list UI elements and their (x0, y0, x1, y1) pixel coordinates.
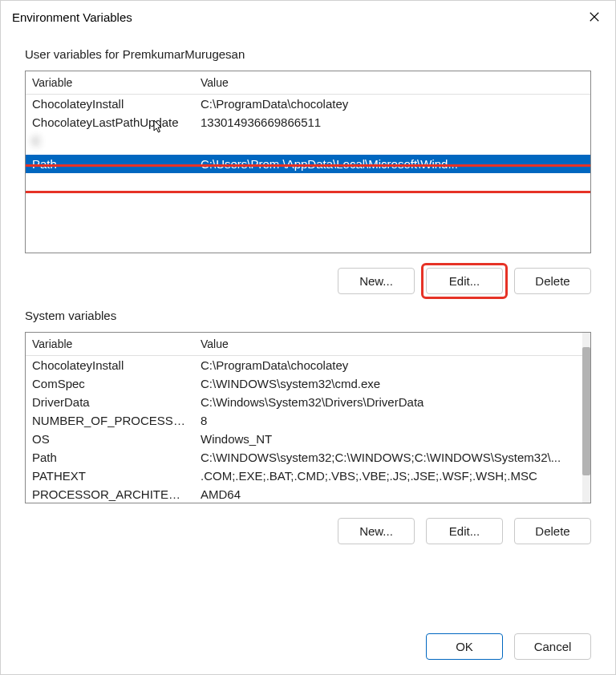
user-delete-button[interactable]: Delete (514, 268, 591, 294)
table-row[interactable]: PathC:\Users\Prem \AppData\Local\Microso… (26, 155, 590, 173)
system-edit-button[interactable]: Edit... (426, 518, 503, 544)
cell-value: C:\WINDOWS\system32\cmd.exe (194, 374, 582, 393)
column-header-value[interactable]: Value (194, 333, 582, 355)
cell-variable: PROCESSOR_ARCHITECTURE (26, 485, 194, 503)
table-row[interactable]: ChocolateyInstallC:\ProgramData\chocolat… (26, 356, 582, 374)
user-rows-container: ChocolateyInstallC:\ProgramData\chocolat… (26, 95, 590, 183)
cell-variable: ChocolateyInstall (26, 356, 194, 374)
cell-value (194, 150, 590, 155)
system-new-button[interactable]: New... (338, 518, 415, 544)
user-edit-button[interactable]: Edit... (426, 268, 503, 294)
cell-variable: C (26, 131, 194, 150)
system-variables-label: System variables (25, 309, 591, 322)
cell-value (194, 178, 590, 183)
system-button-row: New... Edit... Delete (25, 518, 591, 544)
cell-variable: DriverData (26, 393, 194, 411)
system-variables-list-inner: Variable Value ChocolateyInstallC:\Progr… (26, 333, 582, 503)
dialog-footer: OK Cancel (1, 625, 615, 674)
cell-value: C:\ProgramData\chocolatey (194, 95, 590, 113)
system-rows-container: ChocolateyInstallC:\ProgramData\chocolat… (26, 356, 582, 503)
cell-variable: Path (26, 155, 194, 173)
table-row[interactable] (26, 150, 590, 155)
cell-value: C:\Users\Prem \AppData\Local\Microsoft\W… (194, 155, 590, 173)
ok-button[interactable]: OK (426, 633, 503, 660)
cell-variable: PATHEXT (26, 467, 194, 485)
cell-variable: ComSpec (26, 374, 194, 393)
close-icon (589, 11, 600, 22)
table-row[interactable]: ChocolateyLastPathUpdate1330149366698665… (26, 113, 590, 131)
edit-button-wrapper: Edit... (426, 268, 503, 294)
user-variables-list[interactable]: Variable Value ChocolateyInstallC:\Progr… (25, 71, 591, 253)
list-header: Variable Value (26, 71, 590, 95)
cell-variable: ChocolateyInstall (26, 95, 194, 113)
cell-variable: Path (26, 448, 194, 467)
cell-value (194, 131, 590, 150)
cell-variable (26, 178, 194, 183)
scrollbar[interactable] (582, 333, 590, 503)
table-row[interactable] (26, 178, 590, 183)
table-row[interactable]: C (26, 131, 590, 150)
cell-value: Windows_NT (194, 430, 582, 448)
system-variables-section: System variables Variable Value Chocolat… (25, 309, 591, 544)
cell-value: 8 (194, 411, 582, 430)
user-new-button[interactable]: New... (338, 268, 415, 294)
column-header-variable[interactable]: Variable (26, 333, 194, 355)
cell-value: .COM;.EXE;.BAT;.CMD;.VBS;.VBE;.JS;.JSE;.… (194, 467, 582, 485)
cell-value: C:\ProgramData\chocolatey (194, 356, 582, 374)
window-title: Environment Variables (12, 10, 132, 24)
cell-variable: ChocolateyLastPathUpdate (26, 113, 194, 131)
system-delete-button[interactable]: Delete (514, 518, 591, 544)
environment-variables-window: Environment Variables User variables for… (0, 0, 616, 675)
cell-value: C:\WINDOWS\system32;C:\WINDOWS;C:\WINDOW… (194, 448, 582, 467)
dialog-content: User variables for PremkumarMurugesan Va… (1, 31, 615, 625)
table-row[interactable]: PATHEXT.COM;.EXE;.BAT;.CMD;.VBS;.VBE;.JS… (26, 467, 582, 485)
user-variables-label: User variables for PremkumarMurugesan (25, 47, 591, 61)
table-row[interactable]: PathC:\WINDOWS\system32;C:\WINDOWS;C:\WI… (26, 448, 582, 467)
table-row[interactable]: PROCESSOR_ARCHITECTUREAMD64 (26, 485, 582, 503)
user-variables-list-inner: Variable Value ChocolateyInstallC:\Progr… (26, 71, 590, 253)
cell-variable: OS (26, 430, 194, 448)
titlebar: Environment Variables (1, 1, 615, 31)
scrollbar-thumb[interactable] (582, 347, 590, 475)
table-row[interactable]: OSWindows_NT (26, 430, 582, 448)
column-header-variable[interactable]: Variable (26, 71, 194, 94)
close-button[interactable] (585, 7, 604, 26)
table-row[interactable]: ComSpecC:\WINDOWS\system32\cmd.exe (26, 374, 582, 393)
system-variables-list[interactable]: Variable Value ChocolateyInstallC:\Progr… (25, 332, 591, 503)
cell-variable (26, 150, 194, 155)
table-row[interactable]: DriverDataC:\Windows\System32\Drivers\Dr… (26, 393, 582, 411)
cell-value: C:\Windows\System32\Drivers\DriverData (194, 393, 582, 411)
cell-value: AMD64 (194, 485, 582, 503)
user-button-row: New... Edit... Delete (25, 268, 591, 294)
table-row[interactable]: NUMBER_OF_PROCESSORS8 (26, 411, 582, 430)
table-row[interactable]: ChocolateyInstallC:\ProgramData\chocolat… (26, 95, 590, 113)
user-variables-section: User variables for PremkumarMurugesan Va… (25, 47, 591, 294)
cell-value: 133014936669866511 (194, 113, 590, 131)
cancel-button[interactable]: Cancel (514, 633, 591, 660)
column-header-value[interactable]: Value (194, 71, 590, 94)
list-header: Variable Value (26, 333, 582, 356)
cell-variable: NUMBER_OF_PROCESSORS (26, 411, 194, 430)
